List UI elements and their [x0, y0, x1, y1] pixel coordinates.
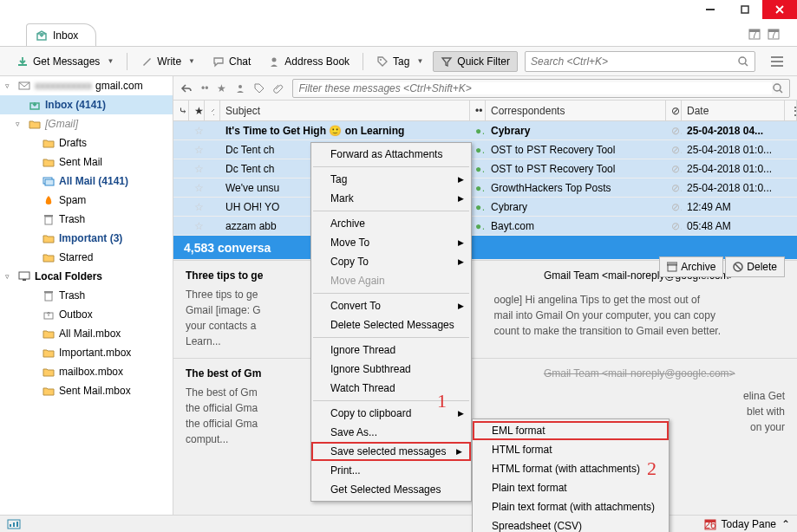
chat-button[interactable]: Chat [205, 51, 258, 72]
folder-row[interactable]: All Mail (4141) [0, 172, 173, 191]
menu-item[interactable]: Save As... [311, 423, 471, 442]
junk-icon[interactable]: ⊘ [666, 220, 682, 232]
read-dot-icon[interactable]: ● [470, 163, 486, 175]
unread-filter-icon[interactable]: •• [201, 82, 208, 94]
message-row[interactable]: ☆ It's Time to Get High 🙂 on Learning ● … [173, 121, 797, 140]
menu-item[interactable]: Copy To▶ [311, 252, 471, 271]
folder-row[interactable]: Drafts [0, 133, 173, 152]
star-filter-icon[interactable]: ★ [217, 82, 226, 94]
maximize-button[interactable] [728, 0, 762, 19]
menu-item[interactable]: Ignore Subthread [311, 360, 471, 379]
menu-item[interactable]: Plain text format [473, 478, 669, 497]
today-pane-label[interactable]: Today Pane [722, 518, 776, 530]
menu-item[interactable]: Watch Thread [311, 379, 471, 398]
address-book-button[interactable]: Address Book [260, 51, 357, 72]
contact-filter-icon[interactable] [235, 83, 245, 94]
tag-filter-icon[interactable] [254, 83, 265, 94]
search-input[interactable] [531, 55, 737, 68]
folder-row[interactable]: Starred [0, 248, 173, 267]
local-folders-header[interactable]: ▿ Local Folders [0, 267, 173, 286]
date-column[interactable]: Date [682, 101, 785, 120]
read-dot-icon[interactable]: ● [470, 201, 486, 213]
message-row[interactable]: ☆ azzam abb ● Bayt.com ⊘ 05:48 AM [173, 217, 797, 236]
folder-row[interactable]: Outbox [0, 305, 173, 324]
menu-item[interactable]: HTML format (with attachments) [473, 459, 669, 478]
attachment-column[interactable] [205, 101, 220, 120]
thread-column[interactable]: ⤷ [173, 101, 189, 120]
menu-item[interactable]: Ignore Thread [311, 341, 471, 360]
message-row[interactable]: ☆ UH OH! YO ● Cybrary ⊘ 12:49 AM [173, 198, 797, 217]
folder-row[interactable]: Important (3) [0, 229, 173, 248]
calendar-small-icon[interactable]: 7 [748, 28, 761, 40]
junk-icon[interactable]: ⊘ [666, 201, 682, 213]
menu-item[interactable]: Get Selected Messages [311, 480, 471, 499]
junk-column[interactable]: ⊘ [666, 101, 682, 120]
menu-item[interactable]: Save selected messages▶ [311, 442, 471, 461]
menu-item[interactable]: Forward as Attachments [311, 145, 471, 164]
archive-button[interactable]: Archive [659, 256, 723, 277]
menu-item[interactable]: Print... [311, 461, 471, 480]
folder-row[interactable]: Trash [0, 286, 173, 305]
filter-text-input[interactable] [298, 82, 772, 94]
message-row[interactable]: ☆ We've unsu ● GrowthHackers Top Posts ⊘… [173, 178, 797, 198]
subject-column[interactable]: Subject [220, 101, 470, 120]
read-dot-icon[interactable]: ● [470, 144, 486, 156]
menu-item[interactable]: Move Again [311, 271, 471, 290]
star-icon[interactable]: ☆ [189, 163, 205, 175]
attachment-filter-icon[interactable] [273, 83, 284, 94]
folder-row[interactable]: Inbox (4141) [0, 95, 173, 114]
junk-icon[interactable]: ⊘ [666, 182, 682, 194]
star-column[interactable]: ★ [189, 101, 205, 120]
close-button[interactable] [762, 0, 797, 19]
junk-icon[interactable]: ⊘ [666, 125, 682, 137]
reply-icon[interactable] [180, 83, 193, 94]
folder-row[interactable]: Spam [0, 191, 173, 210]
folder-row[interactable]: All Mail.mbox [0, 324, 173, 343]
chevron-up-icon[interactable]: ⌃ [781, 518, 790, 530]
menu-item[interactable]: Copy to clipboard▶ [311, 404, 471, 423]
calendar-status-icon[interactable]: 26 [704, 518, 716, 530]
correspondents-column[interactable]: Correspondents [486, 101, 666, 120]
menu-item[interactable]: Move To▶ [311, 233, 471, 252]
message-row[interactable]: ☆ Dc Tent ch ● OST to PST Recovery Tool … [173, 140, 797, 159]
folder-row[interactable]: Trash [0, 210, 173, 229]
read-dot-icon[interactable]: ● [470, 220, 486, 232]
folder-row[interactable]: Important.mbox [0, 343, 173, 362]
calendar-small-icon-2[interactable]: 7 [768, 28, 780, 40]
search-box[interactable] [525, 51, 755, 72]
star-icon[interactable]: ☆ [189, 182, 205, 194]
folder-row[interactable]: mailbox.mbox [0, 362, 173, 381]
read-dot-icon[interactable]: ● [470, 125, 486, 137]
activity-icon[interactable] [7, 519, 21, 529]
folder-row[interactable]: Sent Mail [0, 152, 173, 172]
delete-button[interactable]: Delete [725, 256, 785, 277]
tab-inbox[interactable]: Inbox [26, 23, 96, 46]
menu-item[interactable]: HTML format [473, 440, 669, 459]
junk-icon[interactable]: ⊘ [666, 144, 682, 156]
menu-item[interactable]: Delete Selected Messages [311, 315, 471, 334]
folder-row[interactable]: Sent Mail.mbox [0, 381, 173, 400]
write-button[interactable]: Write ▼ [133, 51, 203, 72]
read-dot-icon[interactable]: ● [470, 182, 486, 194]
get-messages-button[interactable]: Get Messages ▼ [9, 51, 121, 72]
menu-item[interactable]: Plain text format (with attachments) [473, 497, 669, 516]
column-picker[interactable]: ⋮ [785, 101, 797, 120]
star-icon[interactable]: ☆ [189, 144, 205, 156]
minimize-button[interactable] [693, 0, 728, 19]
filter-input[interactable] [292, 79, 790, 98]
tag-button[interactable]: Tag ▼ [369, 51, 431, 72]
account-row[interactable]: ▿ xxxxxxxxxxx gmail.com [0, 76, 173, 95]
menu-item[interactable]: Archive [311, 214, 471, 233]
message-row[interactable]: ☆ Dc Tent ch ● OST to PST Recovery Tool … [173, 159, 797, 178]
menu-button[interactable] [766, 51, 788, 72]
menu-item[interactable]: EML format [473, 421, 669, 440]
star-icon[interactable]: ☆ [189, 220, 205, 232]
menu-item[interactable]: Convert To▶ [311, 296, 471, 315]
menu-item[interactable]: Spreadsheet (CSV) [473, 516, 669, 532]
quick-filter-button[interactable]: Quick Filter [433, 51, 518, 72]
menu-item[interactable]: Mark▶ [311, 189, 471, 208]
star-icon[interactable]: ☆ [189, 125, 205, 137]
read-column[interactable]: •• [470, 101, 486, 120]
junk-icon[interactable]: ⊘ [666, 163, 682, 175]
star-icon[interactable]: ☆ [189, 201, 205, 213]
